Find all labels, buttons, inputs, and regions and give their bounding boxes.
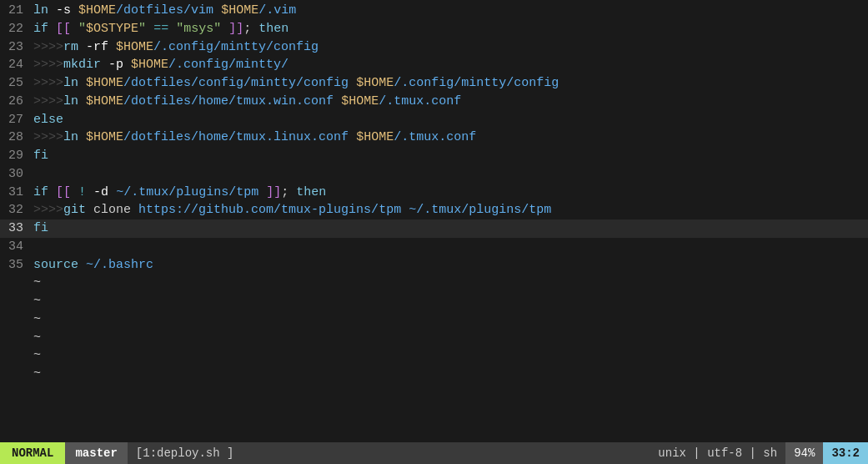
status-mode: NORMAL <box>0 442 65 464</box>
line-num-26: 26 <box>0 93 30 111</box>
tilde-line-3: ~ <box>0 310 868 329</box>
status-file: [1:deploy.sh ] <box>128 445 243 461</box>
line-30: 30 <box>0 165 868 184</box>
line-27: 27 else <box>0 111 868 129</box>
statusbar: NORMAL master [1:deploy.sh ] unix | utf-… <box>0 442 868 464</box>
line-content-25: >>>>ln $HOME/dotfiles/config/mintty/conf… <box>30 74 868 93</box>
line-content-22: if [[ "$OSTYPE" == "msys" ]]; then <box>30 20 868 38</box>
tilde-line-5: ~ <box>0 346 868 365</box>
line-content-31: if [[ ! -d ~/.tmux/plugins/tpm ]]; then <box>30 184 868 202</box>
line-32: 32 >>>>git clone https://github.com/tmux… <box>0 201 868 219</box>
line-21: 21 ln -s $HOME/dotfiles/vim $HOME/.vim <box>0 2 868 20</box>
line-content-27: else <box>30 111 868 129</box>
tilde-line-1: ~ <box>0 274 868 292</box>
line-num-23: 23 <box>0 38 30 57</box>
line-content-21: ln -s $HOME/dotfiles/vim $HOME/.vim <box>30 2 868 20</box>
line-25: 25 >>>>ln $HOME/dotfiles/config/mintty/c… <box>0 74 868 93</box>
tilde-line-2: ~ <box>0 292 868 310</box>
line-content-23: >>>>rm -rf $HOME/.config/mintty/config <box>30 38 868 57</box>
line-33: 33 fi <box>0 219 868 238</box>
line-24: 24 >>>>mkdir -p $HOME/.config/mintty/ <box>0 56 868 74</box>
tilde-content-3: ~ <box>30 310 868 329</box>
line-num-33: 33 <box>0 219 30 238</box>
line-31: 31 if [[ ! -d ~/.tmux/plugins/tpm ]]; th… <box>0 184 868 202</box>
tilde-content-1: ~ <box>30 274 868 292</box>
line-content-34 <box>30 238 868 256</box>
line-34: 34 <box>0 238 868 256</box>
line-content-33: fi <box>30 219 868 238</box>
tilde-content-4: ~ <box>30 329 868 347</box>
line-29: 29 fi <box>0 147 868 165</box>
line-num-27: 27 <box>0 111 30 129</box>
line-content-29: fi <box>30 147 868 165</box>
status-branch: master <box>65 442 127 464</box>
status-percent: 94% <box>785 442 823 464</box>
status-encoding: unix | utf-8 | sh <box>650 445 785 461</box>
line-num-25: 25 <box>0 74 30 93</box>
line-num-31: 31 <box>0 184 30 202</box>
line-num-28: 28 <box>0 129 30 147</box>
line-num-21: 21 <box>0 2 30 20</box>
tilde-line-4: ~ <box>0 329 868 347</box>
line-content-32: >>>>git clone https://github.com/tmux-pl… <box>30 201 868 219</box>
line-35: 35 source ~/.bashrc <box>0 256 868 275</box>
line-28: 28 >>>>ln $HOME/dotfiles/home/tmux.linux… <box>0 129 868 147</box>
tilde-line-6: ~ <box>0 365 868 383</box>
line-num-22: 22 <box>0 20 30 38</box>
line-22: 22 if [[ "$OSTYPE" == "msys" ]]; then <box>0 20 868 38</box>
line-content-26: >>>>ln $HOME/dotfiles/home/tmux.win.conf… <box>30 93 868 111</box>
tilde-content-5: ~ <box>30 346 868 365</box>
line-content-28: >>>>ln $HOME/dotfiles/home/tmux.linux.co… <box>30 129 868 147</box>
line-content-30 <box>30 165 868 184</box>
tilde-content-2: ~ <box>30 292 868 310</box>
line-23: 23 >>>>rm -rf $HOME/.config/mintty/confi… <box>0 38 868 57</box>
code-area: 21 ln -s $HOME/dotfiles/vim $HOME/.vim 2… <box>0 0 868 442</box>
line-content-24: >>>>mkdir -p $HOME/.config/mintty/ <box>30 56 868 74</box>
line-num-24: 24 <box>0 56 30 74</box>
editor: 21 ln -s $HOME/dotfiles/vim $HOME/.vim 2… <box>0 0 868 442</box>
line-num-32: 32 <box>0 201 30 219</box>
line-num-34: 34 <box>0 238 30 256</box>
tilde-content-6: ~ <box>30 365 868 383</box>
line-num-35: 35 <box>0 256 30 275</box>
line-content-35: source ~/.bashrc <box>30 256 868 275</box>
line-num-30: 30 <box>0 165 30 184</box>
line-26: 26 >>>>ln $HOME/dotfiles/home/tmux.win.c… <box>0 93 868 111</box>
status-position: 33:2 <box>823 442 868 464</box>
line-num-29: 29 <box>0 147 30 165</box>
